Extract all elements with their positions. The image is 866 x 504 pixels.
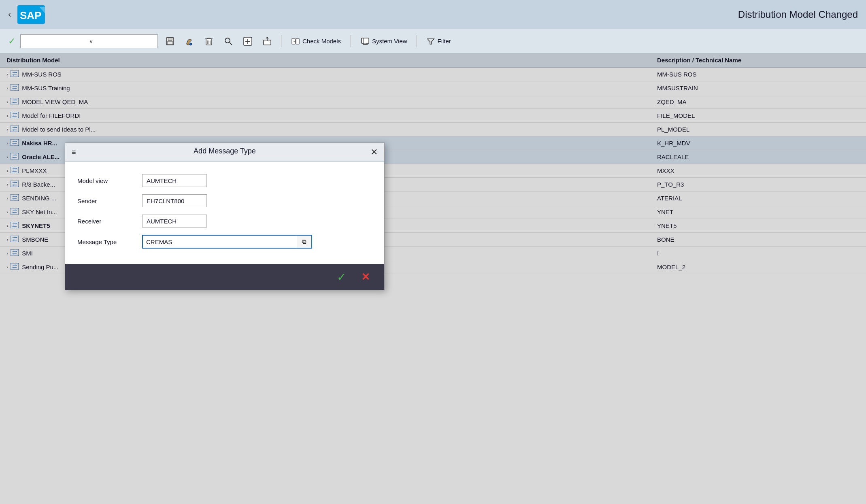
copy-icon-button[interactable]: ⧉ [297,236,311,248]
model-dropdown[interactable]: ∨ [20,34,158,48]
receiver-label: Receiver [77,218,142,225]
dialog-menu-icon[interactable]: ≡ [72,148,76,157]
cancel-x-icon: ✕ [361,271,370,283]
svg-rect-22 [362,38,369,43]
add-message-type-dialog: ≡ Add Message Type ✕ Model view Sender [65,142,385,290]
system-view-button[interactable]: System View [357,35,410,47]
check-models-button[interactable]: Check Models [288,35,344,47]
message-type-field: Message Type ⧉ [77,235,372,249]
dialog-close-button[interactable]: ✕ [370,147,378,157]
sender-label: Sender [77,198,142,204]
paint-button[interactable] [182,34,197,48]
back-button[interactable]: ‹ [8,9,11,20]
search-button[interactable] [221,34,236,48]
sender-input[interactable] [142,194,207,207]
toolbar-separator-2 [351,35,351,47]
svg-rect-4 [168,38,172,40]
model-view-field: Model view [77,174,372,187]
model-view-label: Model view [77,177,142,184]
chevron-down-icon: ∨ [89,38,154,45]
toolbar-separator-1 [281,35,281,47]
svg-line-13 [230,43,232,45]
toolbar: ✓ ∨ [0,29,866,53]
system-view-label: System View [372,38,407,45]
copy-icon: ⧉ [302,238,306,245]
svg-rect-5 [167,42,173,45]
filter-button[interactable]: Filter [423,36,454,47]
dialog-confirm-button[interactable]: ✓ [332,268,350,286]
dialog-body: Model view Sender Receiver Message Type [65,162,384,264]
receiver-input[interactable] [142,215,207,228]
dialog-footer: ✓ ✕ [65,264,384,290]
dialog-cancel-button[interactable]: ✕ [357,268,374,286]
confirm-button[interactable]: ✓ [8,36,15,47]
sender-field: Sender [77,194,372,207]
dialog-header: ≡ Add Message Type ✕ [65,143,384,162]
svg-point-6 [189,43,192,45]
filter-label: Filter [437,38,451,45]
message-type-input[interactable] [143,238,297,245]
check-models-label: Check Models [302,38,341,45]
toolbar-separator-3 [417,35,417,47]
main-content: Distribution Model Description / Technic… [0,53,866,504]
save-button[interactable] [163,34,177,48]
model-view-input[interactable] [142,174,207,187]
confirm-check-icon: ✓ [337,270,346,284]
export-button[interactable] [260,34,274,48]
message-type-input-row: ⧉ [142,235,312,249]
app-header: ‹ SAP Distribution Model Changed [0,0,866,29]
modal-overlay: ≡ Add Message Type ✕ Model view Sender [0,53,866,504]
receiver-field: Receiver [77,215,372,228]
svg-rect-20 [296,38,299,44]
dialog-title: Add Message Type [194,147,256,155]
sap-logo: SAP [17,5,45,24]
message-type-label: Message Type [77,238,142,245]
delete-button[interactable] [202,34,216,48]
page-title: Distribution Model Changed [738,9,858,20]
svg-point-12 [225,38,230,43]
add-button[interactable] [240,34,255,48]
svg-text:SAP: SAP [20,9,41,21]
